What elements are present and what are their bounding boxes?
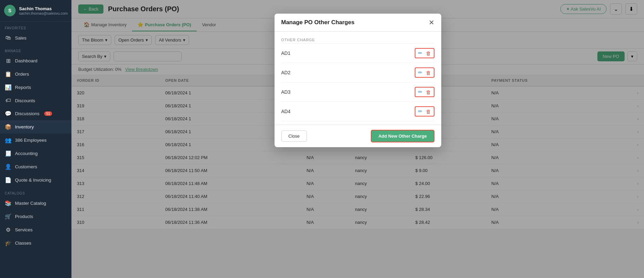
- orders-icon: 📋: [5, 71, 12, 77]
- quote-invoicing-icon: 📄: [5, 177, 12, 183]
- delete-charge-button[interactable]: 🗑: [425, 70, 432, 76]
- edit-charge-button[interactable]: ✏: [417, 70, 423, 76]
- sidebar-item-dashboard[interactable]: ⊞ Dashboard: [0, 54, 71, 67]
- charge-action-buttons: ✏ 🗑: [415, 67, 434, 78]
- section-label-manage: MANAGE: [0, 44, 71, 54]
- sidebar: S Sachin Thomas sachin.thomas@salesvu.co…: [0, 0, 71, 278]
- discounts-icon: 🏷: [5, 97, 12, 104]
- charges-list: AD1 ✏ 🗑 AD2 ✏ 🗑 AD3 ✏ 🗑 AD4 ✏ 🗑: [281, 44, 434, 121]
- sidebar-item-label: Services: [15, 227, 33, 232]
- charge-row: AD1 ✏ 🗑: [281, 44, 434, 63]
- modal-overlay: Manage PO Other Charges ✕ OTHER CHARGE A…: [71, 0, 644, 278]
- sidebar-item-label: Dashboard: [15, 58, 37, 63]
- sidebar-item-discussions[interactable]: 💬 Discussions 51: [0, 107, 71, 120]
- sidebar-item-accounting[interactable]: 🧾 Accounting: [0, 147, 71, 160]
- user-profile[interactable]: S Sachin Thomas sachin.thomas@salesvu.co…: [0, 0, 71, 21]
- inventory-icon: 📦: [5, 124, 12, 130]
- classes-icon: 🎓: [5, 240, 12, 246]
- accounting-icon: 🧾: [5, 150, 12, 157]
- edit-charge-button[interactable]: ✏: [417, 50, 423, 56]
- modal-title: Manage PO Other Charges: [281, 19, 354, 26]
- sidebar-item-customers[interactable]: 👤 Customers: [0, 160, 71, 173]
- employees-icon: 👥: [5, 137, 12, 143]
- section-label-catalogs: CATALOGS: [0, 187, 71, 197]
- sidebar-item-master-catalog[interactable]: 📚 Master Catalog: [0, 197, 71, 210]
- products-icon: 🛒: [5, 213, 12, 220]
- sidebar-item-quote-invoicing[interactable]: 📄 Quote & Invoicing: [0, 173, 71, 187]
- modal-body: OTHER CHARGE AD1 ✏ 🗑 AD2 ✏ 🗑 AD3 ✏ 🗑 AD4…: [275, 32, 441, 125]
- discussions-badge: 51: [44, 111, 52, 116]
- edit-charge-button[interactable]: ✏: [417, 108, 423, 114]
- charge-action-buttons: ✏ 🗑: [415, 48, 434, 58]
- sidebar-item-orders[interactable]: 📋 Orders: [0, 67, 71, 81]
- manage-po-charges-modal: Manage PO Other Charges ✕ OTHER CHARGE A…: [275, 14, 441, 147]
- modal-close-button[interactable]: ✕: [429, 19, 434, 26]
- sidebar-item-label: Customers: [15, 164, 37, 169]
- sidebar-item-label: Master Catalog: [15, 201, 46, 206]
- sidebar-item-label: Accounting: [15, 151, 38, 156]
- sidebar-item-label: 386 Employees: [15, 138, 47, 143]
- charge-action-buttons: ✏ 🗑: [415, 87, 434, 97]
- master-catalog-icon: 📚: [5, 200, 12, 206]
- sidebar-item-inventory[interactable]: 📦 Inventory: [0, 120, 71, 134]
- charge-name: AD1: [281, 50, 291, 56]
- sidebar-item-label: Products: [15, 214, 33, 219]
- sidebar-item-services[interactable]: ⚙ Services: [0, 223, 71, 236]
- main-content: ← Back Purchase Orders (PO) ✦ Ask SalesV…: [71, 0, 644, 278]
- delete-charge-button[interactable]: 🗑: [425, 89, 432, 95]
- charge-row: AD2 ✏ 🗑: [281, 63, 434, 82]
- customers-icon: 👤: [5, 164, 12, 170]
- charge-column-header: OTHER CHARGE: [281, 35, 434, 44]
- sales-icon: 🛍: [5, 35, 12, 41]
- delete-charge-button[interactable]: 🗑: [425, 108, 432, 114]
- sidebar-item-discounts[interactable]: 🏷 Discounts: [0, 94, 71, 107]
- section-label-favorites: FAVORITES: [0, 21, 71, 31]
- sidebar-item-label: Classes: [15, 241, 31, 246]
- reports-icon: 📊: [5, 84, 12, 91]
- sidebar-item-label: Inventory: [15, 124, 34, 129]
- sidebar-item-classes[interactable]: 🎓 Classes: [0, 236, 71, 250]
- sidebar-item-products[interactable]: 🛒 Products: [0, 210, 71, 223]
- sidebar-item-employees[interactable]: 👥 386 Employees: [0, 134, 71, 147]
- discussions-icon: 💬: [5, 110, 12, 117]
- sidebar-item-label: Orders: [15, 72, 29, 77]
- edit-charge-button[interactable]: ✏: [417, 89, 423, 95]
- dashboard-icon: ⊞: [5, 58, 12, 64]
- modal-header: Manage PO Other Charges ✕: [275, 14, 441, 32]
- sidebar-item-label: Reports: [15, 85, 31, 90]
- user-email: sachin.thomas@salesvu.com: [19, 11, 68, 15]
- charge-row: AD3 ✏ 🗑: [281, 82, 434, 102]
- sidebar-item-reports[interactable]: 📊 Reports: [0, 81, 71, 94]
- delete-charge-button[interactable]: 🗑: [425, 50, 432, 56]
- modal-footer: Close Add New Other Charge: [275, 125, 441, 147]
- sidebar-item-label: Discussions: [15, 111, 39, 116]
- charge-action-buttons: ✏ 🗑: [415, 106, 434, 117]
- sidebar-item-label: Discounts: [15, 98, 35, 103]
- charge-name: AD4: [281, 109, 291, 114]
- sidebar-item-label: Quote & Invoicing: [15, 177, 51, 183]
- charge-name: AD3: [281, 89, 291, 95]
- charge-row: AD4 ✏ 🗑: [281, 102, 434, 121]
- charge-name: AD2: [281, 70, 291, 75]
- services-icon: ⚙: [5, 227, 12, 233]
- close-button[interactable]: Close: [281, 130, 307, 142]
- avatar: S: [4, 5, 16, 16]
- sidebar-item-label: Sales: [15, 35, 27, 41]
- user-name: Sachin Thomas: [19, 6, 68, 11]
- add-new-other-charge-button[interactable]: Add New Other Charge: [371, 130, 434, 142]
- sidebar-item-sales[interactable]: 🛍 Sales: [0, 31, 71, 44]
